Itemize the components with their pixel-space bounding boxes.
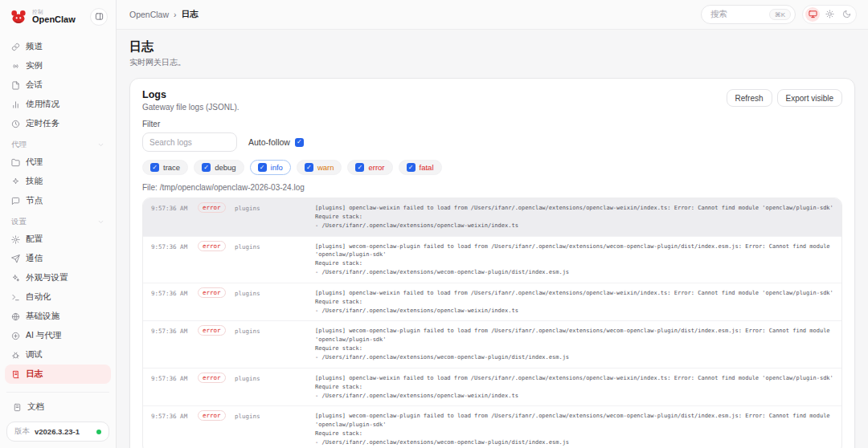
breadcrumb-current: 日志	[182, 9, 199, 20]
bar-chart-icon	[11, 100, 20, 109]
sidebar-footer: 文档	[6, 392, 109, 417]
log-row[interactable]: 9:57:36 AMerrorplugins[plugins] openclaw…	[143, 283, 841, 321]
level-label: trace	[163, 163, 180, 172]
log-message: [plugins] wecom-openclaw-plugin failed t…	[315, 242, 833, 277]
theme-light-button[interactable]	[822, 7, 837, 22]
sidebar-item-clock[interactable]: 定时任务	[5, 114, 111, 133]
sidebar-item-send[interactable]: 通信	[5, 249, 111, 268]
level-checkbox-debug[interactable]	[202, 163, 211, 172]
doc-icon	[13, 403, 22, 412]
level-pill-debug[interactable]: debug	[194, 160, 244, 175]
scroll-icon	[11, 370, 20, 379]
log-row[interactable]: 9:57:36 AMerrorplugins[plugins] wecom-op…	[143, 405, 841, 448]
log-source: plugins	[235, 327, 315, 335]
circle-plus-icon	[11, 332, 20, 340]
sidebar-item-gear[interactable]: 配置	[5, 230, 111, 249]
sidebar-item-terminal[interactable]: 自动化	[5, 287, 111, 307]
level-pill-trace[interactable]: trace	[142, 160, 188, 175]
log-time: 9:57:36 AM	[151, 289, 198, 297]
app-root: 控制 OpenClaw 频道实例会话使用情况定时任务 代理代理技能节点设置配置通…	[0, 0, 868, 448]
sidebar-item-globe[interactable]: 基础设施	[5, 307, 111, 326]
sidebar-item-label: 调试	[26, 349, 43, 360]
log-time: 9:57:36 AM	[151, 374, 198, 382]
sidebar-item-label: 配置	[26, 234, 43, 245]
log-row[interactable]: 9:57:36 AMerrorplugins[plugins] openclaw…	[143, 368, 841, 406]
global-search-input[interactable]: 搜索 ⌘K	[701, 5, 796, 24]
sidebar-item-bug[interactable]: 调试	[5, 345, 111, 365]
file-icon	[11, 81, 20, 90]
sidebar-item-bar-chart[interactable]: 使用情况	[5, 95, 111, 114]
level-checkbox-trace[interactable]	[150, 163, 159, 172]
logs-card-heading: Logs Gateway file logs (JSONL).	[142, 89, 240, 112]
sidebar-item-sparkles[interactable]: 外观与设置	[5, 268, 111, 287]
sidebar-spacer	[5, 384, 111, 387]
sidebar-item-docs[interactable]: 文档	[6, 397, 109, 417]
level-checkbox-info[interactable]	[258, 163, 267, 172]
openclaw-logo-icon	[10, 8, 27, 26]
log-time: 9:57:36 AM	[151, 242, 198, 250]
sidebar: 控制 OpenClaw 频道实例会话使用情况定时任务 代理代理技能节点设置配置通…	[0, 0, 117, 448]
chat-icon	[11, 197, 20, 206]
sidebar-section-header[interactable]: 设置	[5, 210, 111, 230]
brand-text: 控制 OpenClaw	[32, 10, 85, 24]
sidebar-section-header[interactable]: 代理	[5, 133, 111, 153]
sidebar-item-label: 实例	[26, 60, 43, 71]
log-message: [plugins] openclaw-weixin failed to load…	[315, 374, 833, 401]
sidebar-item-scroll[interactable]: 日志	[5, 365, 111, 384]
theme-dark-button[interactable]	[839, 7, 854, 22]
version-badge[interactable]: 版本 v2026.3.23-1	[6, 422, 109, 442]
sidebar-item-label: 文档	[27, 401, 44, 413]
search-shortcut-badge: ⌘K	[769, 9, 791, 20]
brand: 控制 OpenClaw	[5, 6, 111, 27]
log-row[interactable]: 9:57:36 AMerrorplugins[plugins] openclaw…	[143, 198, 841, 236]
sidebar-item-label: 自动化	[26, 291, 51, 303]
sidebar-item-label: 会话	[26, 79, 43, 91]
bug-icon	[11, 351, 20, 360]
sparkle-icon	[11, 177, 20, 186]
broadcast-icon	[11, 62, 20, 71]
level-pill-error[interactable]: error	[347, 160, 392, 175]
log-message: [plugins] wecom-openclaw-plugin failed t…	[315, 327, 833, 361]
refresh-button[interactable]: Refresh	[727, 89, 772, 107]
level-label: info	[271, 163, 283, 172]
export-visible-button[interactable]: Export visible	[777, 89, 842, 107]
sidebar-item-label: 使用情况	[26, 99, 59, 110]
theme-system-button[interactable]	[805, 7, 820, 22]
log-row[interactable]: 9:57:36 AMerrorplugins[plugins] wecom-op…	[143, 236, 841, 283]
sidebar-item-label: 定时任务	[26, 118, 59, 129]
level-label: error	[368, 163, 384, 172]
folder-icon	[11, 158, 20, 167]
sidebar-item-chat[interactable]: 节点	[5, 191, 111, 210]
auto-follow-toggle[interactable]: Auto-follow	[248, 137, 304, 147]
level-pill-warn[interactable]: warn	[297, 160, 342, 175]
sidebar-item-circle-plus[interactable]: AI 与代理	[5, 326, 111, 345]
breadcrumb: OpenClaw › 日志	[129, 9, 199, 20]
chevron-down-icon	[97, 141, 104, 149]
sidebar-item-file[interactable]: 会话	[5, 75, 111, 95]
level-checkbox-error[interactable]	[355, 163, 364, 172]
sidebar-toggle-button[interactable]	[90, 8, 108, 26]
breadcrumb-root[interactable]: OpenClaw	[129, 10, 169, 19]
sidebar-item-link[interactable]: 频道	[5, 37, 111, 56]
log-row[interactable]: 9:57:36 AMerrorplugins[plugins] wecom-op…	[143, 320, 841, 367]
level-checkbox-warn[interactable]	[305, 163, 313, 172]
sidebar-item-folder[interactable]: 代理	[5, 153, 111, 172]
level-pill-fatal[interactable]: fatal	[399, 160, 442, 175]
auto-follow-checkbox[interactable]	[295, 138, 304, 147]
sidebar-item-label: 频道	[26, 41, 43, 52]
level-checkbox-fatal[interactable]	[407, 163, 416, 172]
gear-icon	[11, 235, 20, 244]
level-pill-info[interactable]: info	[250, 160, 291, 175]
section-title: 设置	[11, 217, 27, 227]
sidebar-item-sparkle[interactable]: 技能	[5, 172, 111, 191]
log-source: plugins	[235, 374, 315, 382]
search-placeholder: 搜索	[710, 9, 727, 20]
level-label: debug	[215, 163, 235, 172]
monitor-icon	[809, 9, 817, 21]
log-search-input[interactable]	[142, 132, 237, 152]
version-label: 版本	[14, 426, 30, 437]
log-level-badge: error	[198, 289, 235, 296]
sidebar-item-label: 基础设施	[26, 311, 59, 322]
sidebar-item-broadcast[interactable]: 实例	[5, 56, 111, 75]
level-label: warn	[317, 163, 334, 172]
